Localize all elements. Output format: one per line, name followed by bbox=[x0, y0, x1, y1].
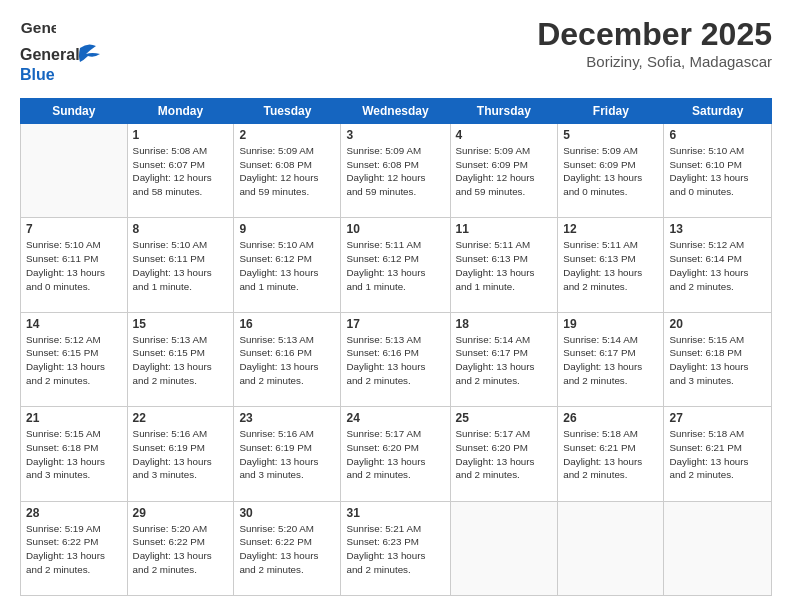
day-info: Sunrise: 5:12 AM Sunset: 6:15 PM Dayligh… bbox=[26, 333, 122, 388]
calendar-week-row: 28Sunrise: 5:19 AM Sunset: 6:22 PM Dayli… bbox=[21, 501, 772, 595]
header-saturday: Saturday bbox=[664, 99, 772, 124]
table-row bbox=[558, 501, 664, 595]
day-number: 9 bbox=[239, 222, 335, 236]
day-number: 4 bbox=[456, 128, 553, 142]
day-number: 21 bbox=[26, 411, 122, 425]
day-info: Sunrise: 5:18 AM Sunset: 6:21 PM Dayligh… bbox=[563, 427, 658, 482]
header-friday: Friday bbox=[558, 99, 664, 124]
day-number: 6 bbox=[669, 128, 766, 142]
day-number: 10 bbox=[346, 222, 444, 236]
table-row: 28Sunrise: 5:19 AM Sunset: 6:22 PM Dayli… bbox=[21, 501, 128, 595]
day-info: Sunrise: 5:14 AM Sunset: 6:17 PM Dayligh… bbox=[563, 333, 658, 388]
table-row: 9Sunrise: 5:10 AM Sunset: 6:12 PM Daylig… bbox=[234, 218, 341, 312]
day-info: Sunrise: 5:20 AM Sunset: 6:22 PM Dayligh… bbox=[133, 522, 229, 577]
table-row: 8Sunrise: 5:10 AM Sunset: 6:11 PM Daylig… bbox=[127, 218, 234, 312]
day-number: 20 bbox=[669, 317, 766, 331]
day-number: 26 bbox=[563, 411, 658, 425]
day-info: Sunrise: 5:15 AM Sunset: 6:18 PM Dayligh… bbox=[669, 333, 766, 388]
header-tuesday: Tuesday bbox=[234, 99, 341, 124]
header-monday: Monday bbox=[127, 99, 234, 124]
table-row: 5Sunrise: 5:09 AM Sunset: 6:09 PM Daylig… bbox=[558, 124, 664, 218]
table-row: 7Sunrise: 5:10 AM Sunset: 6:11 PM Daylig… bbox=[21, 218, 128, 312]
day-info: Sunrise: 5:09 AM Sunset: 6:09 PM Dayligh… bbox=[563, 144, 658, 199]
table-row: 13Sunrise: 5:12 AM Sunset: 6:14 PM Dayli… bbox=[664, 218, 772, 312]
day-info: Sunrise: 5:16 AM Sunset: 6:19 PM Dayligh… bbox=[133, 427, 229, 482]
day-info: Sunrise: 5:13 AM Sunset: 6:16 PM Dayligh… bbox=[239, 333, 335, 388]
svg-text:General: General bbox=[21, 19, 56, 36]
calendar-header-row: Sunday Monday Tuesday Wednesday Thursday… bbox=[21, 99, 772, 124]
table-row: 27Sunrise: 5:18 AM Sunset: 6:21 PM Dayli… bbox=[664, 407, 772, 501]
day-info: Sunrise: 5:21 AM Sunset: 6:23 PM Dayligh… bbox=[346, 522, 444, 577]
day-info: Sunrise: 5:14 AM Sunset: 6:17 PM Dayligh… bbox=[456, 333, 553, 388]
day-number: 18 bbox=[456, 317, 553, 331]
table-row: 14Sunrise: 5:12 AM Sunset: 6:15 PM Dayli… bbox=[21, 312, 128, 406]
day-info: Sunrise: 5:17 AM Sunset: 6:20 PM Dayligh… bbox=[346, 427, 444, 482]
header: General General Blue December 2025 Boriz… bbox=[20, 16, 772, 88]
table-row bbox=[21, 124, 128, 218]
table-row: 20Sunrise: 5:15 AM Sunset: 6:18 PM Dayli… bbox=[664, 312, 772, 406]
day-number: 23 bbox=[239, 411, 335, 425]
table-row: 19Sunrise: 5:14 AM Sunset: 6:17 PM Dayli… bbox=[558, 312, 664, 406]
calendar-week-row: 1Sunrise: 5:08 AM Sunset: 6:07 PM Daylig… bbox=[21, 124, 772, 218]
table-row: 25Sunrise: 5:17 AM Sunset: 6:20 PM Dayli… bbox=[450, 407, 558, 501]
day-info: Sunrise: 5:09 AM Sunset: 6:08 PM Dayligh… bbox=[239, 144, 335, 199]
day-info: Sunrise: 5:11 AM Sunset: 6:13 PM Dayligh… bbox=[563, 238, 658, 293]
day-info: Sunrise: 5:19 AM Sunset: 6:22 PM Dayligh… bbox=[26, 522, 122, 577]
day-number: 13 bbox=[669, 222, 766, 236]
day-info: Sunrise: 5:17 AM Sunset: 6:20 PM Dayligh… bbox=[456, 427, 553, 482]
day-info: Sunrise: 5:16 AM Sunset: 6:19 PM Dayligh… bbox=[239, 427, 335, 482]
day-number: 7 bbox=[26, 222, 122, 236]
table-row: 3Sunrise: 5:09 AM Sunset: 6:08 PM Daylig… bbox=[341, 124, 450, 218]
table-row bbox=[664, 501, 772, 595]
logo-full-icon: General Blue bbox=[20, 40, 110, 88]
day-number: 17 bbox=[346, 317, 444, 331]
day-number: 3 bbox=[346, 128, 444, 142]
table-row: 1Sunrise: 5:08 AM Sunset: 6:07 PM Daylig… bbox=[127, 124, 234, 218]
day-number: 27 bbox=[669, 411, 766, 425]
table-row: 21Sunrise: 5:15 AM Sunset: 6:18 PM Dayli… bbox=[21, 407, 128, 501]
day-number: 16 bbox=[239, 317, 335, 331]
table-row: 10Sunrise: 5:11 AM Sunset: 6:12 PM Dayli… bbox=[341, 218, 450, 312]
table-row: 22Sunrise: 5:16 AM Sunset: 6:19 PM Dayli… bbox=[127, 407, 234, 501]
day-number: 5 bbox=[563, 128, 658, 142]
day-number: 25 bbox=[456, 411, 553, 425]
day-number: 15 bbox=[133, 317, 229, 331]
day-number: 8 bbox=[133, 222, 229, 236]
day-info: Sunrise: 5:08 AM Sunset: 6:07 PM Dayligh… bbox=[133, 144, 229, 199]
day-info: Sunrise: 5:12 AM Sunset: 6:14 PM Dayligh… bbox=[669, 238, 766, 293]
table-row: 23Sunrise: 5:16 AM Sunset: 6:19 PM Dayli… bbox=[234, 407, 341, 501]
calendar-week-row: 21Sunrise: 5:15 AM Sunset: 6:18 PM Dayli… bbox=[21, 407, 772, 501]
day-number: 14 bbox=[26, 317, 122, 331]
day-info: Sunrise: 5:15 AM Sunset: 6:18 PM Dayligh… bbox=[26, 427, 122, 482]
logo-bird-icon: General bbox=[20, 16, 56, 40]
table-row: 24Sunrise: 5:17 AM Sunset: 6:20 PM Dayli… bbox=[341, 407, 450, 501]
header-sunday: Sunday bbox=[21, 99, 128, 124]
day-info: Sunrise: 5:10 AM Sunset: 6:11 PM Dayligh… bbox=[26, 238, 122, 293]
day-number: 30 bbox=[239, 506, 335, 520]
day-info: Sunrise: 5:13 AM Sunset: 6:15 PM Dayligh… bbox=[133, 333, 229, 388]
table-row: 2Sunrise: 5:09 AM Sunset: 6:08 PM Daylig… bbox=[234, 124, 341, 218]
day-info: Sunrise: 5:18 AM Sunset: 6:21 PM Dayligh… bbox=[669, 427, 766, 482]
table-row: 26Sunrise: 5:18 AM Sunset: 6:21 PM Dayli… bbox=[558, 407, 664, 501]
page: General General Blue December 2025 Boriz… bbox=[0, 0, 792, 612]
table-row: 31Sunrise: 5:21 AM Sunset: 6:23 PM Dayli… bbox=[341, 501, 450, 595]
table-row: 30Sunrise: 5:20 AM Sunset: 6:22 PM Dayli… bbox=[234, 501, 341, 595]
month-title: December 2025 bbox=[537, 16, 772, 53]
table-row: 11Sunrise: 5:11 AM Sunset: 6:13 PM Dayli… bbox=[450, 218, 558, 312]
table-row: 18Sunrise: 5:14 AM Sunset: 6:17 PM Dayli… bbox=[450, 312, 558, 406]
calendar-table: Sunday Monday Tuesday Wednesday Thursday… bbox=[20, 98, 772, 596]
table-row: 12Sunrise: 5:11 AM Sunset: 6:13 PM Dayli… bbox=[558, 218, 664, 312]
day-number: 2 bbox=[239, 128, 335, 142]
logo: General General Blue bbox=[20, 16, 110, 88]
table-row: 15Sunrise: 5:13 AM Sunset: 6:15 PM Dayli… bbox=[127, 312, 234, 406]
table-row: 6Sunrise: 5:10 AM Sunset: 6:10 PM Daylig… bbox=[664, 124, 772, 218]
title-section: December 2025 Boriziny, Sofia, Madagasca… bbox=[537, 16, 772, 70]
calendar-week-row: 7Sunrise: 5:10 AM Sunset: 6:11 PM Daylig… bbox=[21, 218, 772, 312]
day-info: Sunrise: 5:11 AM Sunset: 6:13 PM Dayligh… bbox=[456, 238, 553, 293]
day-number: 31 bbox=[346, 506, 444, 520]
day-info: Sunrise: 5:09 AM Sunset: 6:08 PM Dayligh… bbox=[346, 144, 444, 199]
day-number: 11 bbox=[456, 222, 553, 236]
day-number: 24 bbox=[346, 411, 444, 425]
day-info: Sunrise: 5:13 AM Sunset: 6:16 PM Dayligh… bbox=[346, 333, 444, 388]
table-row bbox=[450, 501, 558, 595]
